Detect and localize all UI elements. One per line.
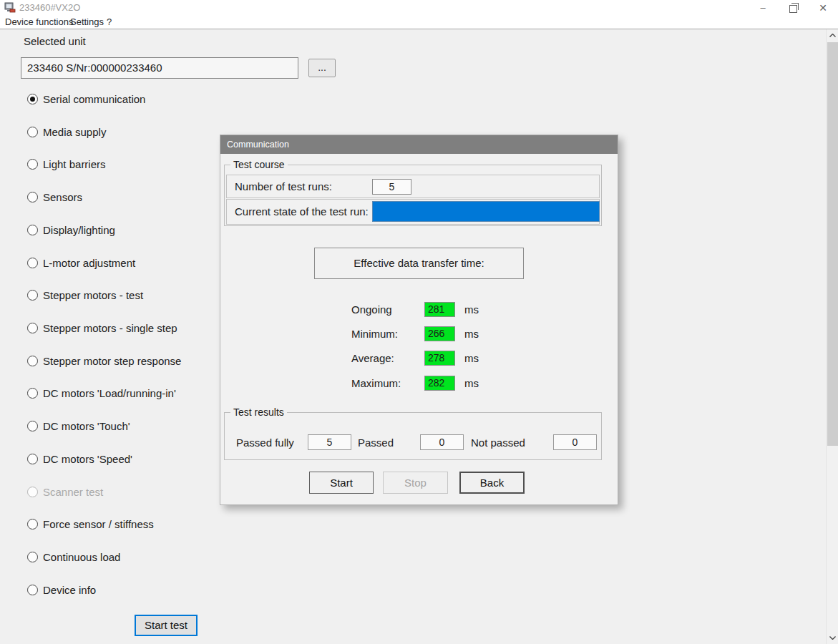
result-value-field[interactable]: 0 <box>420 434 464 450</box>
runs-input[interactable]: 5 <box>372 179 411 195</box>
runs-panel: Number of test runs: <box>226 175 600 198</box>
test-option-label: Stepper motors - test <box>43 289 143 301</box>
scroll-up-icon[interactable] <box>827 29 838 42</box>
test-progressbar <box>372 201 600 222</box>
timing-row: Maximum:282ms <box>220 376 618 391</box>
test-option-scanner-test: Scanner test <box>27 486 103 498</box>
radio-icon[interactable] <box>27 323 38 333</box>
stop-button: Stop <box>383 472 448 494</box>
test-option-display-lighting[interactable]: Display/lighting <box>27 224 115 236</box>
test-option-label: Sensors <box>43 191 82 203</box>
test-option-sensors[interactable]: Sensors <box>27 191 82 203</box>
radio-icon <box>27 487 38 497</box>
test-option-label: L-motor adjustment <box>43 257 135 269</box>
back-button[interactable]: Back <box>459 472 525 494</box>
test-option-label: DC motors 'Touch' <box>43 420 130 432</box>
test-option-label: Continuous load <box>43 551 120 563</box>
selected-unit-field[interactable]: 233460 S/Nr:000000233460 <box>21 57 298 79</box>
scrollbar-thumb[interactable] <box>827 42 838 446</box>
test-option-force-sensor-stiffness[interactable]: Force sensor / stiffness <box>27 518 154 530</box>
test-option-stepper-motors-single-step[interactable]: Stepper motors - single step <box>27 322 177 334</box>
radio-icon[interactable] <box>27 225 38 235</box>
timing-value: 278 <box>424 351 455 366</box>
timing-value: 266 <box>424 326 455 341</box>
timing-label: Maximum: <box>351 376 401 391</box>
radio-icon[interactable] <box>27 94 38 104</box>
radio-icon[interactable] <box>27 356 38 366</box>
test-option-serial-communication[interactable]: Serial communication <box>27 93 145 105</box>
menu-help[interactable]: ? <box>107 16 112 29</box>
start-test-button[interactable]: Start test <box>135 615 198 636</box>
timing-label: Average: <box>351 351 394 366</box>
test-option-label: DC motors 'Speed' <box>43 453 132 465</box>
radio-icon[interactable] <box>27 127 38 137</box>
test-option-label: Stepper motor step response <box>43 355 181 367</box>
test-option-l-motor-adjustment[interactable]: L-motor adjustment <box>27 257 135 269</box>
test-option-label: Media supply <box>43 126 106 138</box>
radio-icon[interactable] <box>27 290 38 301</box>
scroll-down-icon[interactable] <box>827 632 838 644</box>
radio-icon[interactable] <box>27 454 38 464</box>
test-option-label: Stepper motors - single step <box>43 322 177 334</box>
test-option-label: Light barriers <box>43 158 106 170</box>
test-option-dc-motors-speed[interactable]: DC motors 'Speed' <box>27 453 132 465</box>
radio-icon[interactable] <box>27 552 38 562</box>
timing-row: Ongoing281ms <box>220 302 618 318</box>
close-icon[interactable]: ✕ <box>812 0 834 16</box>
test-option-device-info[interactable]: Device info <box>27 584 96 596</box>
radio-icon[interactable] <box>27 159 38 170</box>
radio-icon[interactable] <box>27 388 38 399</box>
window-title: 233460#VX2O <box>19 0 80 16</box>
test-option-label: DC motors 'Load/running-in' <box>43 387 176 399</box>
start-button[interactable]: Start <box>309 472 374 494</box>
timing-label: Ongoing <box>351 302 392 318</box>
radio-icon[interactable] <box>27 585 38 595</box>
test-option-label: Device info <box>43 584 96 596</box>
test-option-dc-motors-touch[interactable]: DC motors 'Touch' <box>27 420 130 432</box>
timing-unit: ms <box>464 351 479 366</box>
runs-label: Number of test runs: <box>235 175 332 197</box>
result-label: Passed fully <box>236 435 294 451</box>
radio-icon[interactable] <box>27 519 38 530</box>
minimize-icon[interactable]: – <box>751 0 774 16</box>
window-titlebar: 233460#VX2O – ✕ <box>0 0 838 16</box>
test-option-dc-motors-load-running-in[interactable]: DC motors 'Load/running-in' <box>27 387 176 399</box>
test-results-group: Test results Passed fully5Passed0Not pas… <box>224 412 602 460</box>
result-label: Passed <box>358 435 394 451</box>
timing-value: 282 <box>424 376 455 391</box>
timing-unit: ms <box>464 326 479 342</box>
menu-settings[interactable]: Settings <box>70 16 104 29</box>
result-value-field[interactable]: 5 <box>308 434 351 450</box>
effective-time-header: Effective data transfer time: <box>314 248 524 279</box>
timing-unit: ms <box>464 376 479 391</box>
menu-device-functions[interactable]: Device functions <box>5 16 73 29</box>
app-icon <box>4 2 16 14</box>
test-option-continuous-load[interactable]: Continuous load <box>27 551 120 563</box>
dialog-titlebar[interactable]: Communication <box>220 135 618 154</box>
browse-button[interactable]: ... <box>308 59 336 77</box>
vertical-scrollbar[interactable] <box>826 29 838 644</box>
test-option-stepper-motors-test[interactable]: Stepper motors - test <box>27 289 143 301</box>
timing-value: 281 <box>424 302 455 317</box>
radio-icon[interactable] <box>27 258 38 268</box>
test-option-label: Display/lighting <box>43 224 115 236</box>
timing-row: Average:278ms <box>220 351 618 366</box>
result-label: Not passed <box>471 435 525 451</box>
selected-unit-label: Selected unit <box>24 35 86 47</box>
menu-bar: Device functions Settings ? <box>0 16 838 29</box>
radio-icon[interactable] <box>27 192 38 203</box>
state-label: Current state of the test run: <box>235 200 369 224</box>
restore-icon[interactable] <box>781 0 804 16</box>
result-value-field[interactable]: 0 <box>553 434 597 450</box>
test-results-legend: Test results <box>230 406 287 418</box>
timing-row: Minimum:266ms <box>220 326 618 342</box>
test-option-light-barriers[interactable]: Light barriers <box>27 158 106 170</box>
test-option-label: Serial communication <box>43 93 145 105</box>
test-option-stepper-motor-step-response[interactable]: Stepper motor step response <box>27 355 181 367</box>
timing-unit: ms <box>464 302 479 318</box>
test-option-label: Scanner test <box>43 486 103 498</box>
test-option-media-supply[interactable]: Media supply <box>27 126 106 138</box>
dialog-title: Communication <box>220 135 618 154</box>
radio-icon[interactable] <box>27 421 38 431</box>
test-progressbar-fill <box>373 202 599 221</box>
